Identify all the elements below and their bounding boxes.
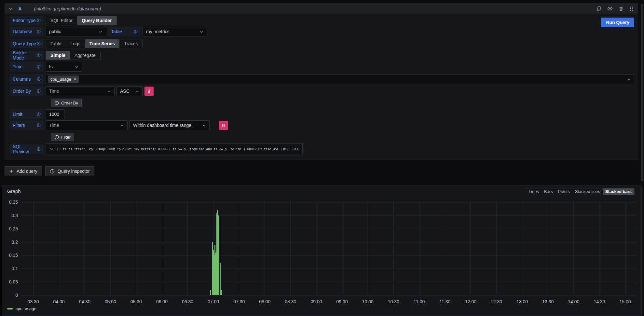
order-by-direction-select[interactable]: ASC [116,86,143,96]
legend-label: cpu_usage [16,306,36,311]
x-axis-tick-label: 10:00 [356,299,379,304]
add-query-button[interactable]: Add query [5,166,42,176]
v-gridline [573,201,574,295]
legend-swatch [7,308,13,309]
info-icon [37,89,41,93]
order-by-delete-button[interactable] [144,87,154,96]
query-header[interactable]: A (info8fcc-greptimedb-datasource) [5,3,638,14]
y-axis-tick-label: 0.25 [2,226,18,231]
h-gridline [21,215,636,216]
graph-display-mode-switch-option-stacked-lines[interactable]: Stacked lines [572,188,603,195]
vertical-scrollbar[interactable] [641,4,643,181]
graph-display-mode-switch-option-bars[interactable]: Bars [541,188,555,195]
query-ref-id: A [18,6,21,11]
query-editor-card: A (info8fcc-greptimedb-datasource) Run Q… [5,3,638,160]
add-order-by-button[interactable]: Order By [51,99,82,107]
drag-handle-icon[interactable] [629,6,634,11]
datasource-name: (info8fcc-greptimedb-datasource) [34,6,101,11]
remove-icon[interactable] [74,78,76,81]
eye-icon[interactable] [607,6,613,11]
editor-type-label: Editor Type [10,16,44,25]
x-axis-tick-label: 14:30 [588,299,611,304]
row-limit: Limit [10,109,64,119]
x-axis-tick-label: 06:00 [150,299,173,304]
sql-preview-label: SQL Preview [10,144,44,154]
x-axis-tick-label: 11:00 [408,299,431,304]
column-chip-cpu-usage[interactable]: cpu_usage [48,76,79,83]
editor-type-switch-option-sql-editor[interactable]: SQL Editor [46,16,77,25]
row-add-filter: Filter [51,133,74,141]
x-axis-tick-label: 05:00 [99,299,122,304]
graph-display-mode-switch-option-stacked-bars[interactable]: Stacked bars [603,188,634,195]
x-axis-tick-label: 15:00 [614,299,637,304]
x-axis-tick-label: 03:30 [22,299,45,304]
trash-icon [221,123,226,128]
builder-mode-switch-option-aggregate[interactable]: Aggregate [70,51,100,60]
columns-multiselect[interactable]: cpu_usage [46,74,634,84]
query-type-switch-option-traces[interactable]: Traces [119,39,142,48]
chevron-down-icon [118,124,124,127]
order-by-label: Order By [10,86,44,96]
builder-mode-switch-option-simple[interactable]: Simple [46,51,70,60]
row-builder-mode: Builder Mode SimpleAggregate [10,51,101,60]
bar-cpu-usage [220,263,221,295]
x-axis-tick-label: 07:30 [228,299,251,304]
filter-column-select[interactable]: Time [46,120,128,130]
graph-display-mode-switch: LinesBarsPointsStacked linesStacked bars [526,188,635,195]
query-type-switch-option-table[interactable]: Table [46,39,66,48]
x-axis-tick-label: 08:30 [279,299,302,304]
query-type-switch-option-time-series[interactable]: Time Series [85,39,119,48]
limit-input[interactable] [46,109,64,119]
row-order-by: Order By Time ASC [10,86,154,96]
chevron-down-icon[interactable] [8,7,13,11]
copy-icon[interactable] [596,6,601,11]
sql-preview-box: SELECT ts as "time", cpu_usage FROM "pub… [46,143,303,155]
v-gridline [316,201,316,295]
chevron-down-icon [96,30,103,34]
filter-condition-select[interactable]: Within dashboard time range [130,120,210,130]
trash-icon[interactable] [619,6,623,11]
add-filter-button[interactable]: Filter [51,133,74,141]
legend-item-cpu-usage[interactable]: cpu_usage [7,306,36,311]
time-column-select[interactable]: ts [46,62,82,72]
graph-display-mode-switch-option-lines[interactable]: Lines [526,188,541,195]
sql-preview-text: SELECT ts as "time", cpu_usage FROM "pub… [50,147,299,151]
y-axis-tick-label: 0 [2,293,18,298]
bar-cpu-usage [218,215,219,295]
v-gridline [265,201,265,295]
filter-delete-button[interactable] [219,121,228,130]
x-axis-tick-label: 08:00 [253,299,276,304]
database-select[interactable]: public [46,27,106,36]
row-filters: Filters Time Within dashboard time range [10,120,228,130]
graph-panel-title: Graph [7,188,21,194]
trash-icon [147,89,151,93]
v-gridline [33,201,34,295]
graph-panel: Graph LinesBarsPointsStacked linesStacke… [2,185,642,316]
table-select[interactable]: my_metrics [143,27,207,36]
x-axis-tick-label: 14:00 [562,299,585,304]
query-type-switch-option-logs[interactable]: Logs [66,39,85,48]
v-gridline [85,201,85,295]
chevron-down-icon [627,77,631,81]
v-gridline [162,201,162,295]
x-axis-tick-label: 11:30 [433,299,456,304]
v-gridline [187,201,188,295]
v-gridline [110,201,111,295]
order-by-column-select[interactable]: Time [46,86,115,96]
editor-type-switch-option-query-builder[interactable]: Query Builder [77,16,116,25]
x-axis-tick-label: 07:00 [202,299,225,304]
v-gridline [419,201,419,295]
limit-label: Limit [10,109,44,119]
h-gridline [21,295,636,295]
run-query-button[interactable]: Run Query [601,18,634,27]
x-axis-tick-label: 12:30 [485,299,508,304]
plus-circle-icon [55,135,59,139]
builder-mode-switch: SimpleAggregate [46,51,101,60]
bar-cpu-usage [210,290,211,295]
query-inspector-button[interactable]: Query inspector [45,166,94,176]
query-type-label: Query Type [10,39,44,48]
graph-display-mode-switch-option-points[interactable]: Points [555,188,572,195]
info-icon [37,123,41,127]
chevron-down-icon [133,89,139,93]
info-icon [37,77,41,81]
